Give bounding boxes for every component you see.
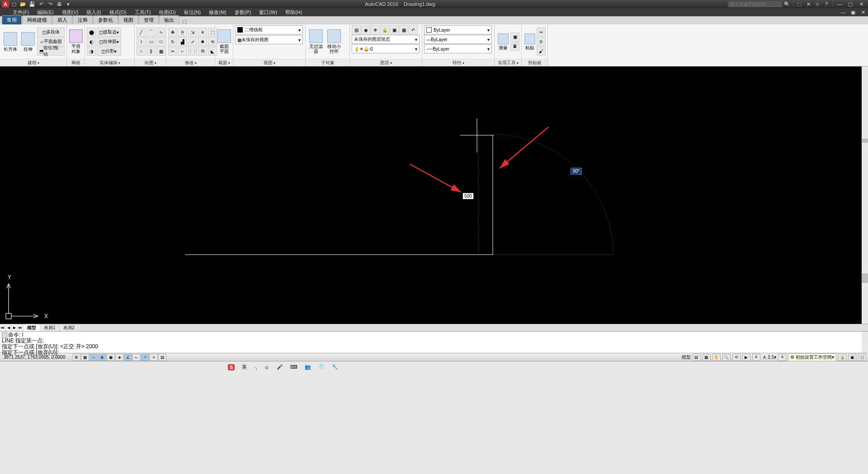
tab-next-button[interactable]: ▶ [12, 325, 18, 331]
panel-label-properties[interactable]: 特性▾ [422, 59, 494, 66]
erase-icon[interactable]: ✕ [198, 28, 207, 37]
scale-icon[interactable]: ⤢ [188, 37, 197, 46]
ime-keyboard-icon[interactable]: ⌨ [288, 363, 300, 372]
menu-window[interactable]: 窗口(W) [255, 8, 281, 17]
qat-undo-icon[interactable]: ↶ [37, 0, 45, 8]
gizmo-button[interactable]: 移动小控件 [326, 26, 343, 57]
offset-icon[interactable]: ⧉ [198, 47, 207, 56]
qat-open-icon[interactable]: 📂 [19, 0, 27, 8]
sectionplane-button[interactable]: 截面 平面 [217, 26, 231, 57]
tab-view[interactable]: 视图 [118, 15, 138, 24]
line-icon[interactable]: ╱ [137, 28, 146, 37]
tab-mesh[interactable]: 网格建模 [22, 15, 52, 24]
polysolid-button[interactable]: ◫ 多段体 [37, 28, 65, 37]
help-search-input[interactable] [728, 1, 782, 7]
doc-close-button[interactable]: ✕ [858, 9, 868, 16]
stretch-icon[interactable]: ⇲ [188, 28, 197, 37]
panel-label-solidedit[interactable]: 实体编辑▾ [85, 59, 134, 66]
menu-dimension[interactable]: 标注(N) [180, 8, 204, 17]
visual-style-combo[interactable]: 二维线框▾ [235, 25, 303, 34]
layer-match-icon[interactable]: ▦ [399, 25, 408, 34]
ribbon-collapse-icon[interactable]: ▢ [182, 19, 187, 24]
swatch-icon[interactable]: ⬚ [795, 0, 803, 8]
drawing-canvas[interactable]: Y X 500 90° [0, 66, 868, 324]
tab-insert[interactable]: 插入 [52, 15, 72, 24]
panel-label-view[interactable]: 视图▾ [233, 59, 305, 66]
help-icon[interactable]: ? [822, 0, 830, 8]
ime-hanger-icon[interactable]: 👕 [316, 363, 327, 372]
tab-prev-button[interactable]: ◀ [6, 325, 12, 331]
matchprop-icon[interactable]: 🖌 [537, 47, 546, 56]
arc-icon[interactable]: ⌒ [146, 28, 156, 37]
tab-parametric[interactable]: 参数化 [93, 15, 118, 24]
cmd-vscroll[interactable] [862, 332, 868, 353]
panel-label-utils[interactable]: 实用工具▾ [495, 59, 521, 66]
ime-badge[interactable]: S [225, 363, 237, 372]
polyline-icon[interactable]: ⌇ [137, 37, 146, 46]
hatch-icon[interactable]: ▦ [156, 47, 165, 56]
search-icon[interactable]: 🔍 [783, 0, 791, 8]
layer-prop-icon[interactable]: ▤ [352, 25, 361, 34]
ime-tools-icon[interactable]: 🔧 [329, 363, 341, 372]
tab-last-button[interactable]: ⏭ [18, 325, 24, 331]
tab-output[interactable]: 输出 [159, 15, 179, 24]
qat-redo-icon[interactable]: ↷ [46, 0, 54, 8]
rotate-icon[interactable]: ↻ [168, 37, 177, 46]
ime-mic-icon[interactable]: 🎤 [274, 363, 286, 372]
maximize-button[interactable]: ▢ [845, 0, 855, 8]
layer-iso-icon[interactable]: ▣ [390, 25, 399, 34]
doc-minimize-button[interactable]: — [838, 9, 848, 16]
array-icon[interactable]: ⋮⋮ [188, 47, 197, 56]
ellipse-icon[interactable]: ⬭ [156, 37, 165, 46]
box-button[interactable]: 长方体 [2, 26, 19, 57]
ime-lang[interactable]: 英 [239, 363, 250, 372]
linetype-combo[interactable]: ── ByLayer▾ [424, 44, 492, 53]
minimize-button[interactable]: — [835, 0, 844, 8]
quickcalc-icon[interactable]: 🖩 [510, 42, 519, 51]
ime-punct[interactable]: ·, [251, 363, 259, 372]
ime-emoji-icon[interactable]: ☺ [261, 363, 272, 372]
star-icon[interactable]: ☆ [813, 0, 821, 8]
layer-lock-icon[interactable]: 🔒 [380, 25, 389, 34]
trim-icon[interactable]: ✂ [168, 47, 177, 56]
subtract-icon[interactable]: ◐ [87, 37, 96, 46]
qat-new-icon[interactable]: ▢ [10, 0, 18, 8]
spline-icon[interactable]: ∿ [156, 28, 165, 37]
mirror-icon[interactable]: ▟ [178, 37, 187, 46]
layer-state-combo[interactable]: 未保存的图层状态▾ [352, 35, 420, 44]
layout-tab-1[interactable]: 布局1 [40, 324, 60, 332]
extrude-button[interactable]: 拉伸 [19, 26, 36, 57]
circle-icon[interactable]: ○ [137, 47, 146, 56]
explode-icon[interactable]: ✸ [198, 37, 207, 46]
select-icon[interactable]: ▣ [510, 33, 519, 42]
helix-icon[interactable]: § [146, 47, 156, 56]
layout-tab-model[interactable]: 模型 [24, 324, 40, 332]
separate-button[interactable]: ◫ 分割▾ [97, 47, 121, 56]
panel-label-modify[interactable]: 修改▾ [166, 59, 215, 66]
extrudeface-button[interactable]: ◫ 拉伸面▾ [97, 37, 121, 46]
tab-manage[interactable]: 管理 [139, 15, 159, 24]
layer-off-icon[interactable]: ◉ [361, 25, 370, 34]
close-button[interactable]: ✕ [856, 0, 866, 8]
color-combo[interactable]: ByLayer▾ [424, 25, 492, 34]
app-menu-icon[interactable]: A [2, 0, 9, 8]
named-view-combo[interactable]: ▦ 未保存的视图▾ [235, 35, 303, 44]
paste-button[interactable]: 粘贴 [524, 26, 536, 57]
extractedge-button[interactable]: ◫ 提取边▾ [97, 28, 121, 37]
menu-help[interactable]: 帮助(H) [282, 8, 306, 17]
ime-users-icon[interactable]: 👥 [302, 363, 314, 372]
panel-label-draw[interactable]: 绘图▾ [135, 59, 166, 66]
move-icon[interactable]: ✥ [168, 28, 177, 37]
cut-icon[interactable]: ✂ [537, 28, 546, 37]
dynamic-dim-input[interactable]: 500 [462, 193, 474, 199]
nofilter-button[interactable]: 无过滤器 [307, 26, 325, 57]
tab-home[interactable]: 常用 [2, 15, 22, 24]
qat-print-icon[interactable]: 🖶 [55, 0, 63, 8]
union-icon[interactable]: ⬤ [87, 28, 96, 37]
exchange-icon[interactable]: ✕ [804, 0, 812, 8]
layer-freeze-icon[interactable]: ❄ [371, 25, 380, 34]
layer-prev-icon[interactable]: ↶ [409, 25, 418, 34]
layout-tab-2[interactable]: 布局2 [60, 324, 79, 332]
lineweight-combo[interactable]: — ByLayer▾ [424, 35, 492, 44]
tab-first-button[interactable]: ⏮ [0, 325, 6, 331]
